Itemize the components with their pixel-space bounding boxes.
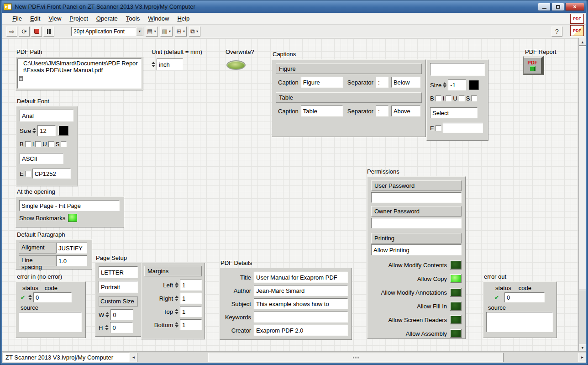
- alignment-field[interactable]: JUSTIFY: [56, 243, 87, 254]
- height-field[interactable]: 0: [110, 322, 133, 333]
- bold-checkbox[interactable]: [436, 95, 441, 101]
- menu-help[interactable]: Help: [173, 13, 194, 24]
- show-bookmarks-led[interactable]: [68, 214, 77, 222]
- unit-value-field[interactable]: inch: [157, 58, 183, 70]
- menu-project[interactable]: Project: [65, 13, 92, 24]
- default-font-name-field[interactable]: Arial: [20, 110, 74, 122]
- run-continuously-button[interactable]: ⟳: [19, 26, 30, 37]
- caption-font-select-dropdown[interactable]: Select: [430, 107, 478, 118]
- menu-file[interactable]: File: [8, 13, 26, 24]
- encoding-checkbox[interactable]: [25, 171, 31, 177]
- default-font-encoding-field[interactable]: CP1252: [32, 169, 71, 179]
- vi-icon-pdf-color[interactable]: PDF: [570, 25, 584, 36]
- strike-checkbox[interactable]: [471, 95, 477, 101]
- table-separator-field[interactable]: :: [376, 106, 388, 116]
- figure-caption-field[interactable]: Figure: [301, 77, 343, 88]
- table-caption-field[interactable]: Table: [301, 106, 343, 116]
- reorder-objects-button[interactable]: ⧉ ▼: [189, 26, 200, 37]
- resize-objects-button[interactable]: ⊞ ▼: [175, 26, 187, 37]
- scroll-right-button[interactable]: ►: [578, 353, 586, 362]
- margin-top-spinner[interactable]: [174, 309, 179, 314]
- scroll-up-button[interactable]: ▲: [579, 38, 586, 46]
- allow-screen-readers-led[interactable]: [450, 315, 462, 324]
- pause-button[interactable]: [43, 26, 54, 37]
- author-field[interactable]: Jean-Marc Simard: [254, 285, 348, 296]
- horizontal-scrollbar[interactable]: [137, 353, 578, 362]
- vi-icon-pdf[interactable]: PDF: [570, 14, 584, 24]
- error-in-status-indicator[interactable]: ✔: [19, 293, 27, 302]
- allow-copy-led[interactable]: [450, 274, 462, 283]
- error-in-code-field[interactable]: 0: [33, 292, 72, 302]
- italic-checkbox[interactable]: [446, 95, 452, 101]
- abort-button[interactable]: [31, 26, 42, 37]
- caption-font-name-field[interactable]: [430, 63, 485, 76]
- margin-bottom-spinner[interactable]: [174, 322, 179, 328]
- menu-edit[interactable]: Edit: [26, 13, 44, 24]
- scroll-down-button[interactable]: ▼: [579, 344, 586, 351]
- italic-checkbox[interactable]: [35, 141, 41, 147]
- margin-right-spinner[interactable]: [174, 296, 179, 301]
- vertical-scrollbar-thumb[interactable]: [579, 46, 586, 290]
- maximize-button[interactable]: [551, 3, 564, 11]
- figure-separator-field[interactable]: :: [376, 77, 388, 88]
- menu-view[interactable]: View: [44, 13, 65, 24]
- execution-target-breadcrumb[interactable]: ZT Scanner 2013 V3.lvproj/My Computer: [3, 353, 130, 362]
- allow-modify-annotations-led[interactable]: [450, 288, 462, 297]
- pdf-report-icon[interactable]: PDF: [523, 56, 544, 75]
- allow-fill-in-led[interactable]: [450, 302, 462, 311]
- allow-assembly-led[interactable]: [450, 329, 462, 338]
- overwrite-led-button[interactable]: [226, 60, 246, 70]
- allow-printing-dropdown[interactable]: Allow Printing: [371, 244, 462, 255]
- underline-checkbox[interactable]: [459, 95, 465, 101]
- error-in-code-spinner[interactable]: [28, 295, 32, 300]
- caption-font-size-field[interactable]: -1: [448, 79, 466, 90]
- title-field[interactable]: User Manual for Exaprom PDF: [254, 272, 348, 283]
- vertical-scrollbar[interactable]: ▲ ▼: [578, 38, 586, 351]
- pdf-path-field[interactable]: C:\Users\JMSimard\Documents\PDF Report\E…: [17, 58, 142, 89]
- caption-font-color-box[interactable]: [469, 80, 479, 90]
- encoding-checkbox[interactable]: [436, 125, 441, 131]
- keywords-field[interactable]: [254, 312, 348, 323]
- caption-font-size-spinner[interactable]: [442, 82, 447, 88]
- menu-operate[interactable]: Operate: [92, 13, 122, 24]
- margin-top-field[interactable]: 1: [180, 306, 202, 317]
- owner-password-field[interactable]: [371, 218, 462, 228]
- margin-left-field[interactable]: 1: [180, 280, 202, 291]
- margin-bottom-field[interactable]: 1: [180, 319, 202, 330]
- orientation-dropdown[interactable]: Portrait: [99, 281, 138, 293]
- align-objects-button[interactable]: ▤ ▼: [146, 26, 158, 37]
- creator-field[interactable]: Exaprom PDF 2.0: [254, 325, 348, 336]
- context-help-button[interactable]: ?: [551, 26, 562, 37]
- allow-modify-contents-led[interactable]: [450, 260, 462, 270]
- user-password-field[interactable]: [371, 192, 462, 203]
- margin-right-field[interactable]: 1: [180, 293, 202, 304]
- distribute-objects-button[interactable]: ▥ ▼: [160, 26, 173, 37]
- width-field[interactable]: 0: [110, 309, 133, 320]
- unit-increment-decrement[interactable]: [151, 62, 156, 67]
- figure-position-dropdown[interactable]: Below: [391, 77, 420, 88]
- run-button[interactable]: ⇨: [6, 26, 17, 37]
- minimize-button[interactable]: [538, 3, 551, 11]
- font-selector-value[interactable]: 20pt Application Font: [71, 27, 136, 36]
- height-spinner[interactable]: [105, 325, 109, 330]
- horizontal-scrollbar-thumb[interactable]: [208, 353, 504, 362]
- subject-field[interactable]: This example shows how to: [254, 298, 348, 309]
- bold-checkbox[interactable]: [25, 141, 31, 147]
- menu-window[interactable]: Window: [144, 13, 173, 24]
- close-button[interactable]: ×: [565, 3, 584, 11]
- default-font-size-spinner[interactable]: [32, 128, 37, 133]
- width-spinner[interactable]: [105, 312, 110, 317]
- scroll-left-button[interactable]: ◄: [130, 353, 137, 362]
- underline-checkbox[interactable]: [48, 141, 54, 147]
- font-selector-dropdown-button[interactable]: ▼: [136, 27, 143, 36]
- caption-font-encoding-field[interactable]: [443, 123, 483, 133]
- strike-checkbox[interactable]: [61, 141, 67, 147]
- paper-size-dropdown[interactable]: LETTER: [99, 266, 138, 278]
- default-font-size-field[interactable]: 12: [37, 125, 56, 136]
- margin-left-spinner[interactable]: [174, 282, 179, 288]
- menu-tools[interactable]: Tools: [122, 13, 144, 24]
- table-position-dropdown[interactable]: Above: [391, 106, 420, 116]
- opening-view-dropdown[interactable]: Single Page - Fit Page: [19, 200, 120, 211]
- default-font-charset-field[interactable]: ASCII: [20, 153, 63, 164]
- line-spacing-field[interactable]: 1.0: [56, 255, 87, 266]
